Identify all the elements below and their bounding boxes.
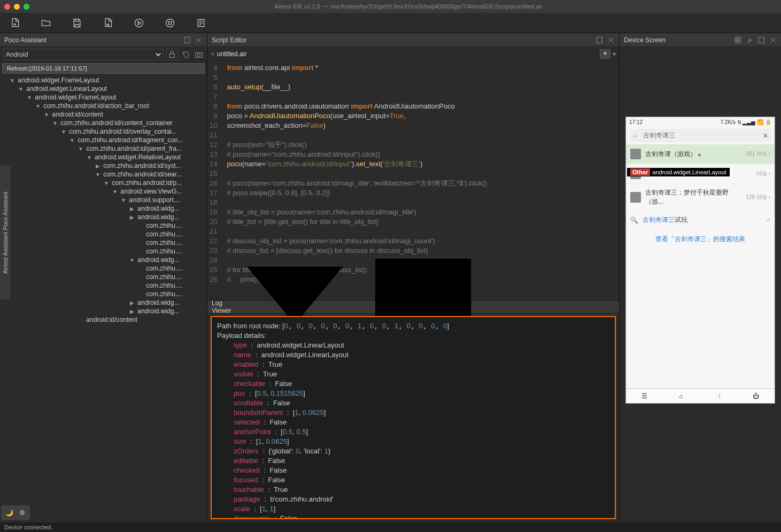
open-folder-icon[interactable] — [41, 18, 51, 28]
device-mirror[interactable]: 17:127.2K/s ⇅ ▂▃▅ 📶 🔋 ← 古剑奇谭三 ✕ 古剑奇谭（游戏）… — [625, 117, 775, 404]
tree-node[interactable]: ▼ com.zhihu.android:id/action_bar_root — [0, 102, 207, 110]
settings-icon[interactable]: ⚙ — [16, 507, 28, 518]
poco-assistant-panel: Poco Assistant Android Refresh:[2019-01-… — [0, 33, 207, 522]
phone-status-bar: 17:127.2K/s ⇅ ▂▃▅ 📶 🔋 — [626, 117, 775, 127]
tree-node[interactable]: ▶ android.widg... — [0, 307, 207, 315]
phone-result-item[interactable]: 古剑奇谭三：梦付千秋星垂野（游...126 讨论 › — [626, 184, 775, 211]
status-text: Device connected. — [4, 524, 53, 530]
tree-node[interactable]: com.zhihu.... — [0, 238, 207, 247]
tree-node[interactable]: ▼ android.widget.RelativeLayout — [0, 153, 207, 161]
theme-toolbar: 🌙 ⚙ — [1, 505, 30, 520]
tools-icon[interactable] — [746, 36, 753, 44]
close-tab-icon[interactable]: × — [211, 50, 214, 58]
svg-rect-12 — [735, 40, 737, 42]
tree-node[interactable]: ▼ android.widget.FrameLayout — [0, 93, 207, 102]
tree-node[interactable]: com.zhihu.... — [0, 290, 207, 298]
poco-header-title: Poco Assistant — [4, 36, 47, 44]
tree-node[interactable]: com.zhihu.... — [0, 273, 207, 281]
close-panel-icon[interactable] — [195, 36, 203, 44]
svg-rect-10 — [735, 37, 737, 39]
refresh-timestamp[interactable]: Refresh:[2019-01-19 17:11:57] — [2, 63, 205, 74]
close-panel-icon[interactable] — [607, 36, 615, 44]
svg-rect-13 — [738, 40, 740, 42]
editor-header-title: Script Editor — [212, 36, 246, 44]
back-icon[interactable]: 〈 — [715, 391, 721, 400]
svg-rect-5 — [170, 54, 175, 57]
menu-icon[interactable]: ☰ — [641, 392, 647, 400]
tree-node[interactable]: ▼ com.zhihu.android:id/overlay_contai... — [0, 127, 207, 136]
close-panel-icon[interactable] — [769, 36, 777, 44]
title-bar: Airtest IDE v1.2.0 ~~ /var/folders/ky/31… — [0, 0, 781, 13]
power-icon[interactable]: ⏻ — [753, 392, 759, 400]
window-title: Airtest IDE v1.2.0 ~~ /var/folders/ky/31… — [40, 3, 777, 10]
tree-node[interactable]: ▶ com.zhihu.android:id/syst... — [0, 161, 207, 170]
zoom-icon[interactable] — [24, 4, 29, 10]
tree-node[interactable]: ▼ com.zhihu.android:id/p... — [0, 179, 207, 187]
snapshot-icon[interactable] — [194, 50, 204, 59]
inspector-tooltip: Otherandroid.widget.LinearLayout — [627, 168, 730, 176]
tree-node[interactable]: ▼ android.view.ViewG... — [0, 187, 207, 196]
dark-mode-icon[interactable]: 🌙 — [3, 507, 15, 518]
stop-icon[interactable] — [165, 18, 175, 28]
tab-menu-icon[interactable]: ▾ — [613, 50, 616, 58]
clear-icon[interactable]: ✕ — [763, 132, 768, 140]
search-icon: 🔍 — [630, 217, 638, 224]
tree-node[interactable]: com.zhihu.... — [0, 221, 207, 230]
phone-search-bar[interactable]: ← 古剑奇谭三 ✕ — [629, 129, 771, 142]
tree-node[interactable]: ▼ com.zhihu.android:id/sear... — [0, 170, 207, 179]
tree-node[interactable]: ▼ com.zhihu.android:id/parent_fra... — [0, 144, 207, 153]
tree-node[interactable]: android:id/content — [0, 315, 207, 324]
new-file-icon[interactable] — [10, 18, 20, 28]
back-icon[interactable]: ← — [632, 132, 639, 140]
svg-rect-2 — [169, 21, 172, 24]
svg-point-0 — [135, 19, 143, 27]
editor-tab[interactable]: ×untitled.air — [211, 50, 246, 58]
svg-rect-4 — [184, 37, 190, 43]
phone-suggestion[interactable]: 🔍 古剑奇谭三试玩 ↗ — [626, 211, 775, 229]
phone-nav-bar: ☰ ⌂ 〈 ⏻ — [626, 388, 775, 403]
ui-tree[interactable]: ▼ android.widget.FrameLayout▼ android.wi… — [0, 75, 207, 522]
phone-view-all-link[interactable]: 查看「古剑奇谭三」的搜索结果 — [626, 229, 775, 249]
tree-node[interactable]: com.zhihu.... — [0, 230, 207, 238]
new-tab-button[interactable]: + — [600, 49, 610, 59]
svg-rect-8 — [597, 37, 602, 43]
detach-icon[interactable] — [757, 36, 765, 44]
sidebar-tab[interactable]: Airtest Assistant Poco Assistant — [0, 166, 11, 299]
tree-node[interactable]: ▼ android.support.... — [0, 196, 207, 204]
export-icon[interactable] — [103, 18, 113, 28]
save-icon[interactable] — [72, 18, 82, 28]
thumbnail — [630, 192, 641, 203]
svg-rect-11 — [738, 37, 740, 39]
svg-rect-14 — [759, 37, 764, 43]
lock-icon[interactable] — [166, 49, 178, 60]
tree-node[interactable]: ▼ android.widget.FrameLayout — [0, 76, 207, 84]
platform-select[interactable]: Android — [3, 49, 163, 60]
report-icon[interactable] — [196, 18, 206, 28]
svg-point-7 — [197, 53, 200, 56]
thumbnail — [630, 149, 641, 159]
svg-point-1 — [166, 19, 174, 27]
phone-result-item[interactable]: 古剑奇谭（游戏） ■331 讨论 › — [626, 144, 775, 164]
close-icon[interactable] — [4, 4, 10, 10]
tree-node[interactable]: ▼ android.widg... — [0, 256, 207, 264]
tree-node[interactable]: ▶ android.widg... — [0, 204, 207, 213]
tree-node[interactable]: com.zhihu.... — [0, 247, 207, 256]
home-icon[interactable]: ⌂ — [679, 392, 683, 400]
status-bar: Device connected. — [0, 522, 781, 532]
tree-node[interactable]: ▼ com.zhihu.android:id/fragment_con... — [0, 136, 207, 144]
refresh-icon[interactable] — [181, 50, 191, 59]
tree-node[interactable]: ▼ android.widget.LinearLayout — [0, 84, 207, 93]
log-output[interactable]: Path from root node: [0, 0, 0, 0, 0, 0, … — [211, 316, 616, 519]
device-header-title: Device Screen — [624, 36, 666, 44]
tree-node[interactable]: ▼ android:id/content — [0, 110, 207, 119]
detach-icon[interactable] — [596, 36, 603, 44]
grid-icon[interactable] — [734, 36, 741, 44]
tree-node[interactable]: ▼ com.zhihu.android:id/content_container — [0, 119, 207, 127]
detach-icon[interactable] — [183, 36, 191, 44]
run-icon[interactable] — [134, 18, 144, 28]
tree-node[interactable]: ▶ android.widg... — [0, 298, 207, 307]
minimize-icon[interactable] — [14, 4, 20, 10]
tree-node[interactable]: com.zhihu.... — [0, 264, 207, 273]
tree-node[interactable]: com.zhihu.... — [0, 281, 207, 290]
tree-node[interactable]: ▶ android.widg... — [0, 213, 207, 221]
